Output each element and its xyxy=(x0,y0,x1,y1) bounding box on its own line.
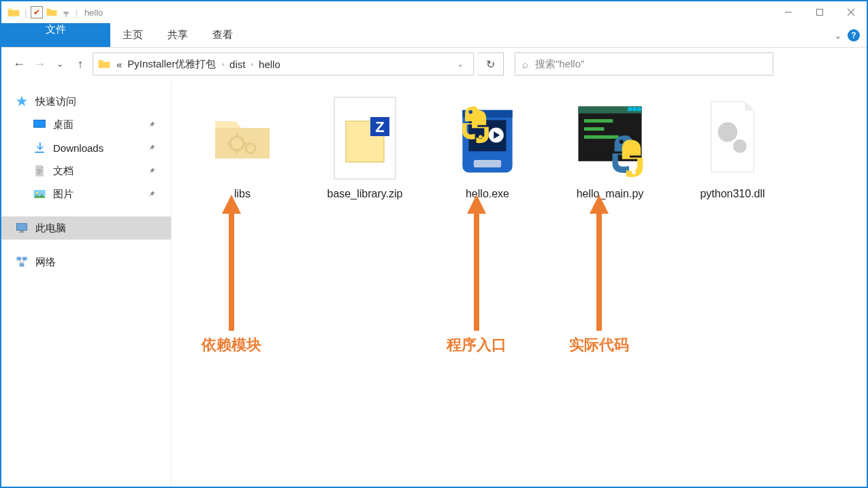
svg-rect-34 xyxy=(584,119,613,123)
svg-rect-17 xyxy=(20,263,25,267)
address-bar[interactable]: « PyInstaller优雅打包 › dist › hello ⌄ xyxy=(93,52,474,76)
close-button[interactable] xyxy=(835,1,867,23)
chevron-right-icon[interactable]: › xyxy=(248,60,256,68)
sidebar-item-desktop[interactable]: 桌面 xyxy=(1,113,171,136)
ribbon: 文件 主页 共享 查看 ⌄ ? xyxy=(1,23,867,48)
minimize-button[interactable] xyxy=(773,1,804,23)
tab-view[interactable]: 查看 xyxy=(200,23,245,47)
dll-icon xyxy=(702,97,763,179)
nav-bar: ← → ⌄ ↑ « PyInstaller优雅打包 › dist › hello… xyxy=(1,48,867,80)
window-title: hello xyxy=(84,7,103,18)
svg-rect-32 xyxy=(632,107,637,111)
file-view: libs Z base_library.zip xyxy=(172,80,867,487)
star-icon xyxy=(15,95,29,108)
svg-rect-12 xyxy=(17,223,27,230)
svg-rect-35 xyxy=(584,127,605,131)
arrow-up-icon xyxy=(588,195,610,331)
file-item-dll[interactable]: python310.dll xyxy=(678,94,787,200)
desktop-icon xyxy=(33,118,46,131)
folder-icon xyxy=(97,57,111,71)
pc-icon xyxy=(15,221,29,235)
breadcrumb-prefix: « xyxy=(114,59,125,70)
svg-rect-30 xyxy=(578,106,641,113)
recent-dropdown-icon[interactable]: ⌄ xyxy=(52,56,68,72)
tab-share[interactable]: 共享 xyxy=(155,23,200,47)
svg-point-37 xyxy=(718,123,737,142)
annotation: 程序入口 xyxy=(447,195,507,355)
exe-icon xyxy=(450,94,525,182)
sidebar-this-pc[interactable]: 此电脑 xyxy=(1,216,171,240)
svg-rect-13 xyxy=(20,231,24,232)
folder-small-icon[interactable] xyxy=(46,6,58,18)
up-button[interactable]: ↑ xyxy=(72,56,89,72)
qat-checkbox-icon[interactable]: ✔ xyxy=(31,6,43,18)
svg-rect-36 xyxy=(584,135,619,139)
chevron-right-icon[interactable]: › xyxy=(219,60,227,68)
folder-icon xyxy=(7,5,20,19)
tab-file[interactable]: 文件 xyxy=(1,23,110,47)
breadcrumb-segment[interactable]: hello xyxy=(256,59,283,70)
search-box[interactable]: ⌕ 搜索"hello" xyxy=(515,52,773,76)
sidebar-item-pictures[interactable]: 图片 xyxy=(1,182,171,206)
zip-icon: Z xyxy=(331,94,399,182)
sidebar-network[interactable]: 网络 xyxy=(1,250,171,274)
file-label: base_library.zip xyxy=(327,188,403,200)
svg-rect-1 xyxy=(817,10,823,16)
refresh-button[interactable]: ↻ xyxy=(478,52,504,76)
annotation: 实际代码 xyxy=(569,195,629,355)
maximize-button[interactable] xyxy=(804,1,835,23)
annotation-label: 依赖模块 xyxy=(202,335,261,355)
back-button[interactable]: ← xyxy=(11,56,27,72)
annotation: 依赖模块 xyxy=(202,195,261,355)
svg-rect-6 xyxy=(35,152,44,153)
svg-rect-33 xyxy=(637,107,641,111)
file-item-python[interactable]: hello_main.py xyxy=(556,94,664,200)
svg-line-19 xyxy=(22,261,25,263)
qat-dropdown-icon[interactable]: ╤ xyxy=(63,9,68,16)
svg-rect-4 xyxy=(34,120,46,127)
separator: | xyxy=(75,7,77,18)
sidebar-item-downloads[interactable]: Downloads xyxy=(1,136,171,159)
svg-point-38 xyxy=(733,140,747,153)
sidebar-quick-access[interactable]: 快速访问 xyxy=(1,90,171,113)
search-placeholder: 搜索"hello" xyxy=(535,58,584,71)
downloads-icon xyxy=(33,141,46,154)
file-item-exe[interactable]: hello.exe xyxy=(433,94,542,200)
separator: | xyxy=(25,7,27,18)
file-item-zip[interactable]: Z base_library.zip xyxy=(310,94,419,200)
pin-icon xyxy=(148,144,156,152)
search-icon: ⌕ xyxy=(522,59,528,70)
network-icon xyxy=(15,255,29,269)
pin-icon xyxy=(148,167,156,175)
ribbon-collapse-icon[interactable]: ⌄ xyxy=(834,30,842,41)
python-file-icon xyxy=(573,97,647,179)
tab-home[interactable]: 主页 xyxy=(110,23,155,47)
sidebar-item-documents[interactable]: 文档 xyxy=(1,159,171,182)
svg-rect-14 xyxy=(19,232,25,233)
arrow-up-icon xyxy=(221,195,242,331)
arrow-up-icon xyxy=(466,195,487,331)
documents-icon xyxy=(33,164,46,178)
help-icon[interactable]: ? xyxy=(848,29,860,42)
pin-icon xyxy=(148,190,156,198)
breadcrumb-segment[interactable]: PyInstaller优雅打包 xyxy=(125,58,219,71)
svg-line-18 xyxy=(19,261,22,263)
svg-rect-15 xyxy=(17,257,22,261)
file-item-folder[interactable]: libs xyxy=(188,94,297,200)
sidebar: 快速访问 桌面 Downloads 文档 图片 此电脑 xyxy=(1,80,172,487)
address-dropdown-icon[interactable]: ⌄ xyxy=(451,59,469,69)
svg-rect-31 xyxy=(628,107,632,111)
svg-point-11 xyxy=(36,192,38,194)
forward-button[interactable]: → xyxy=(31,56,48,72)
pictures-icon xyxy=(33,187,46,201)
svg-text:Z: Z xyxy=(375,118,384,135)
folder-icon xyxy=(208,104,276,172)
pin-icon xyxy=(148,120,156,129)
breadcrumb-segment[interactable]: dist xyxy=(227,59,248,70)
svg-rect-26 xyxy=(474,160,501,167)
annotation-label: 实际代码 xyxy=(569,335,629,355)
title-bar: | ✔ ╤ | hello xyxy=(1,1,867,23)
file-label: python310.dll xyxy=(700,188,765,200)
svg-rect-16 xyxy=(22,257,27,261)
annotation-label: 程序入口 xyxy=(447,335,507,355)
